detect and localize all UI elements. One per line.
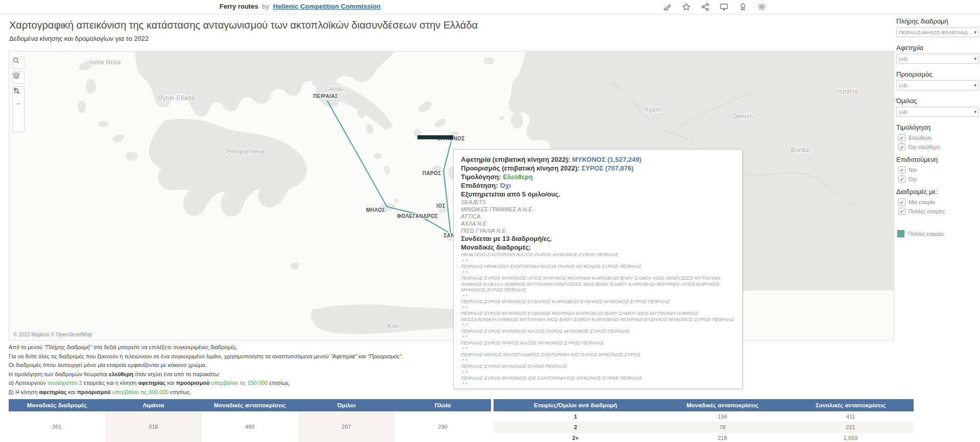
- summary-value-cell[interactable]: 207: [298, 411, 395, 442]
- footnote-segment: τουλάχιστον 2: [47, 380, 82, 386]
- per-route-header-cell: Εταιρίες/Όμιλοι ανά διαδρομή: [494, 402, 657, 408]
- summary-value-cell[interactable]: 489: [202, 411, 298, 442]
- footnote-segment: "Πλήρης διαδρομή": [44, 344, 92, 350]
- filter-dropdown-0[interactable]: ΠΕΙΡΑΙΑΣ-ΜΗΛΟΣ-ΦΟΛΕΓΑΝΔΡ...▾: [896, 27, 979, 37]
- map-region-label: Dytiki Ellada: [158, 94, 195, 102]
- zoom-out-button[interactable]: −: [13, 98, 24, 109]
- per-route-header-cell: Μοναδικές ανταποκρίσεις: [657, 402, 788, 408]
- tooltip-route: ΗΡΑΚΛΕΙΟ-ΣΑΝΤΟΡΙΝΗ-ΝΑΞΟΣ-ΠΑΡΟΣ-ΜΥΚΟΝΟΣ-Σ…: [461, 252, 735, 258]
- layers-icon[interactable]: [13, 72, 24, 83]
- footnote-line: Οι διαδρομές όπου λειτουργεί μόνο μία ετ…: [9, 361, 448, 370]
- summary-header-cell: Όμιλοι: [298, 402, 395, 408]
- port-label: ΠΑΡΟΣ: [423, 170, 442, 176]
- footnote-segment: αφετηρίας: [39, 389, 67, 395]
- summary-value-cell[interactable]: 318: [105, 411, 202, 442]
- checkbox-label: Μία εταιρία: [909, 199, 935, 205]
- tooltip-destination: Προορισμός (επιβατική κίνηση 2022): ΣΥΡΟ…: [461, 164, 735, 173]
- map-region-label: Burdur: [791, 146, 811, 154]
- display-icon[interactable]: [719, 2, 728, 11]
- checkbox-icon: ✓: [898, 134, 905, 141]
- route-line[interactable]: [444, 139, 452, 234]
- tooltip-route-separator: .*.*.: [461, 346, 735, 352]
- star-icon[interactable]: [681, 2, 691, 11]
- tooltip-company: SEAJETS: [461, 199, 735, 206]
- chevron-down-icon: ▾: [974, 109, 976, 114]
- footnote-segment: "Προορισμός": [368, 353, 402, 359]
- footnote-segment: ετησίως.: [268, 380, 291, 386]
- filter-checkbox[interactable]: ✓Ελεύθερη: [898, 134, 979, 141]
- search-icon[interactable]: [13, 57, 24, 68]
- footnote-segment: "Αφετηρία": [330, 353, 357, 359]
- greece-map[interactable]: Ionia NisiaDytiki ElladaAttikiPeloponnes…: [9, 52, 894, 340]
- filter-dropdown-1[interactable]: (All)▾: [896, 54, 979, 64]
- chevron-down-icon: ▾: [974, 83, 976, 88]
- per-route-value-cell: 411: [788, 413, 914, 420]
- checkbox-label: Όχι: [909, 176, 917, 182]
- chevron-down-icon: ▾: [974, 56, 976, 61]
- map-zoom-controls: + −: [12, 86, 24, 132]
- checkbox-label: Ελεύθερη: [909, 135, 932, 141]
- table-row[interactable]: 1194411: [494, 411, 914, 422]
- checkbox-icon: ✓: [898, 143, 905, 151]
- filter-label: Πλήρης διαδρομή: [896, 17, 979, 25]
- filter-block: Όμιλος(All)▾: [896, 97, 979, 117]
- filter-dropdown-2[interactable]: (All)▾: [896, 80, 979, 90]
- zoom-home-button[interactable]: [13, 109, 24, 120]
- filter-checkbox[interactable]: ✓Όχι ελεύθερη: [898, 143, 979, 151]
- footnote-segment: ετησίως.: [168, 389, 191, 395]
- filter-checkbox[interactable]: ✓Μία εταιρία: [898, 199, 979, 206]
- tooltip-route: ΠΕΙΡΑΙΑΣ-ΣΥΡΟΣ-ΜΥΚΟΝΟΣ-ΕΥΔΗΛΟΣ-ΦΟΥΡΝΟΙ-Κ…: [461, 310, 735, 322]
- tooltip-route-separator: .*.*.: [461, 334, 735, 340]
- footnote-segment: όταν ισχύει ένα από τα παρακάτω:: [133, 371, 220, 377]
- filter-label: Όμιλος: [896, 97, 979, 105]
- tooltip-route: ΠΕΙΡΑΙΑΣ-ΣΥΡΟΣ-ΜΥΚΟΝΟΣ-ΑΓΙΟΣ ΚΗΡΥΚΟΣ-ΦΟΥ…: [461, 275, 735, 293]
- footnote-segment: υπερβαίνει τις 150.000: [211, 380, 268, 386]
- share-icon[interactable]: [700, 2, 709, 11]
- award-icon[interactable]: [738, 2, 747, 11]
- filter-sidebar: Πλήρης διαδρομήΠΕΙΡΑΙΑΣ-ΜΗΛΟΣ-ΦΟΛΕΓΑΝΔΡ.…: [896, 17, 979, 237]
- filter-dropdown-3[interactable]: (All)▾: [896, 107, 979, 117]
- tooltip-route: ΠΕΙΡΑΙΑΣ-ΣΥΡΟΣ-ΠΑΡΟΣ-ΝΑΞΟΣ-ΜΥΚΟΝΟΣ-ΣΥΡΟΣ…: [461, 340, 735, 346]
- checkbox-icon: ✓: [898, 208, 905, 215]
- author-link[interactable]: Hellenic Competition Commission: [273, 3, 381, 10]
- map-search-control: [12, 57, 24, 69]
- summary-value-cell[interactable]: 290: [395, 411, 491, 442]
- tooltip-company: ATTICA: [461, 213, 735, 220]
- footnote-segment: υπερβαίνει τις 300.000: [112, 389, 169, 395]
- footnote-segment: β) Η κίνηση: [9, 389, 39, 395]
- footnote-segment: και: [66, 389, 77, 395]
- tooltip-route-separator: .*.*.: [461, 269, 735, 276]
- tooltip-connections: Συνδέεται με 13 διαδρομή/ες.: [461, 234, 735, 243]
- map-tools-expander[interactable]: [13, 120, 24, 132]
- checkbox-label: Πολλές εταιρίες: [909, 208, 945, 214]
- map-region-label: Isparta: [838, 88, 858, 95]
- table-row[interactable]: 278221: [494, 422, 914, 433]
- footnote-line: β) Η κίνηση αφετηρίας και προορισμού υπε…: [9, 388, 448, 397]
- filter-checkbox-groups: Τιμολόγηση✓Ελεύθερη✓Όχι ελεύθερηΕπιδοτού…: [896, 124, 979, 215]
- tooltip-route-list: ΗΡΑΚΛΕΙΟ-ΣΑΝΤΟΡΙΝΗ-ΝΑΞΟΣ-ΠΑΡΟΣ-ΜΥΚΟΝΟΣ-Σ…: [461, 252, 735, 389]
- compose-icon[interactable]: [663, 2, 672, 11]
- table-row[interactable]: 2+2181,659: [494, 433, 914, 442]
- tooltip-route-separator: .*.*.: [461, 381, 735, 387]
- per-route-value-cell: 2: [494, 424, 657, 430]
- summary-header-cell: Μοναδικές διαδρομές: [9, 402, 105, 408]
- per-route-value-cell: 78: [657, 424, 788, 430]
- filter-checkbox[interactable]: ✓Ναι: [898, 166, 979, 174]
- tooltip-groups-count: Εξυπηρετείται από 5 όμιλο/ους.: [461, 190, 735, 199]
- footnote-segment: και: [357, 353, 368, 359]
- filter-checkbox[interactable]: ✓Πολλές εταιρίες: [898, 208, 979, 215]
- footnote-line: Η τιμολόγηση των διαδρομών θεωρείται ελε…: [9, 370, 448, 379]
- tooltip-route: ΠΕΙΡΑΙΑΣ-ΣΥΡΟΣ-ΜΥΚΟΝΟΣ-ΙΟΣ-ΣΑΝΤΟΡΙΝΗ-ΙΟΣ…: [461, 375, 735, 381]
- tooltip-route-separator: .*.*.: [461, 369, 735, 375]
- filter-label: Αφετηρία: [896, 44, 979, 52]
- footnote-line: Από το μενού "Πλήρης διαδρομή" στα δεξιά…: [9, 343, 448, 352]
- checkbox-icon: ✓: [898, 199, 905, 206]
- filter-checkbox[interactable]: ✓Όχι: [898, 176, 979, 183]
- filter-dropdowns: Πλήρης διαδρομήΠΕΙΡΑΙΑΣ-ΜΗΛΟΣ-ΦΟΛΕΓΑΝΔΡ.…: [896, 17, 979, 117]
- gear-icon[interactable]: [757, 2, 766, 11]
- tooltip-subsidy: Επιδότηση: Όχι: [461, 181, 735, 190]
- summary-value-cell[interactable]: 361: [9, 411, 105, 442]
- footnote-segment: Η τιμολόγηση των διαδρομών θεωρείται: [9, 371, 109, 377]
- tooltip-pricing: Τιμολόγηση: Ελεύθερη: [461, 173, 735, 181]
- footnotes: Από το μενού "Πλήρης διαδρομή" στα δεξιά…: [9, 343, 448, 397]
